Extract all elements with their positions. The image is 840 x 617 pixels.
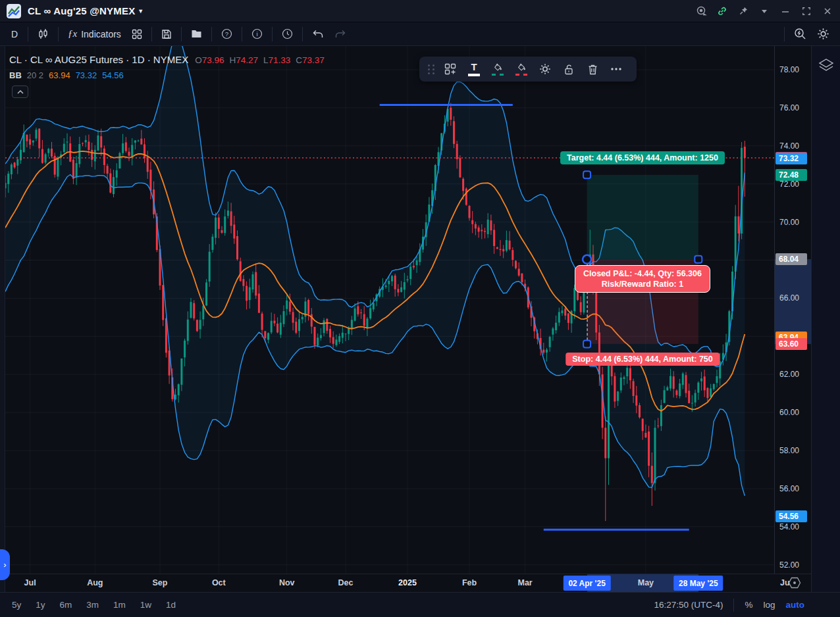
position-profit-zone[interactable] <box>587 175 698 260</box>
range-button-1w[interactable]: 1w <box>135 598 157 612</box>
snapshot-icon[interactable] <box>695 5 707 17</box>
bb-value: 54.56 <box>102 70 124 80</box>
entry-handle[interactable] <box>583 255 591 264</box>
selected-date-label[interactable]: 28 May '25 <box>673 576 723 591</box>
quick-search-button[interactable] <box>789 25 812 43</box>
time-tick: May <box>638 578 654 587</box>
indicators-button[interactable]: ƒx Indicators <box>63 25 126 43</box>
end-handle[interactable] <box>695 256 702 263</box>
legend-collapse-button[interactable] <box>12 86 28 98</box>
layout-grid-icon <box>132 29 142 39</box>
undo-button[interactable] <box>307 25 329 43</box>
log-scale-button[interactable]: log <box>763 600 775 610</box>
price-tick: 58.00 <box>779 446 799 455</box>
window-titlebar: CL ∞ Aug'25 @NYMEX ▼ <box>0 0 840 22</box>
toolbar-separator <box>151 27 152 41</box>
settings-button[interactable] <box>812 25 835 43</box>
main-toolbar: D ƒx Indicators <box>0 22 840 46</box>
scale-target-button[interactable] <box>787 576 802 592</box>
layout-grid-button[interactable] <box>126 25 147 43</box>
caret-down-icon[interactable]: ▼ <box>138 8 144 14</box>
caret-down-menu-icon[interactable] <box>758 5 770 17</box>
toolbar-separator <box>58 27 59 41</box>
range-button-1m[interactable]: 1m <box>108 598 131 612</box>
save-button[interactable] <box>156 25 177 43</box>
range-button-1d[interactable]: 1d <box>161 598 181 612</box>
symbol-legend[interactable]: CL · CL ∞ AUG25 Futures · 1D · NYMEX O73… <box>9 54 325 65</box>
object-tree-button[interactable] <box>818 58 835 76</box>
drag-handle-icon[interactable] <box>425 59 438 79</box>
position-target-label[interactable]: Target: 4.44 (6.53%) 444, Amount: 1250 <box>560 151 725 164</box>
link-icon[interactable] <box>716 5 728 17</box>
collapsed-drawing-toolbar <box>0 46 5 592</box>
ohlc-item: H74.27 <box>229 55 258 65</box>
range-button-5y[interactable]: 5y <box>7 598 26 612</box>
time-tick: Mar <box>517 578 532 587</box>
toolbar-separator <box>302 27 303 41</box>
open-layout-button[interactable] <box>186 25 207 43</box>
toolbar-separator <box>28 27 28 41</box>
info-button[interactable]: i <box>246 25 268 43</box>
ohlc-values: O73.96H74.27L71.33C73.37 <box>195 55 325 65</box>
more-icon <box>611 68 621 70</box>
ohlc-item: C73.37 <box>296 55 325 65</box>
price-scale[interactable]: 78.0076.0074.0072.0070.0068.0066.0062.00… <box>774 46 811 574</box>
session-clock[interactable]: 16:27:50 (UTC-4) <box>654 600 723 610</box>
time-alert-button[interactable] <box>276 25 298 43</box>
profit-fill-button[interactable] <box>486 59 509 79</box>
price-tick: 76.00 <box>779 103 799 112</box>
loss-fill-button[interactable] <box>510 59 533 79</box>
minimize-icon[interactable] <box>779 5 791 17</box>
delete-drawing-button[interactable] <box>581 59 604 79</box>
text-color-button[interactable]: T <box>463 59 485 79</box>
info-icon: i <box>251 28 263 39</box>
bb-title: BB <box>9 70 22 80</box>
chart-canvas[interactable] <box>0 46 774 574</box>
more-options-button[interactable] <box>605 59 627 79</box>
settings-icon <box>817 28 829 40</box>
percent-scale-button[interactable]: % <box>745 600 752 610</box>
position-stop-label[interactable]: Stop: 4.44 (6.53%) 444, Amount: 750 <box>565 353 720 366</box>
time-tick: Feb <box>462 578 477 587</box>
settings-icon <box>539 63 551 75</box>
price-value-label: 63.60 <box>775 338 807 350</box>
pin-icon[interactable] <box>737 5 749 17</box>
timeframe-button[interactable]: D <box>5 25 24 43</box>
sidebar-expand-button[interactable]: › <box>0 549 10 580</box>
pnl-line2: Risk/Reward Ratio: 1 <box>583 279 702 289</box>
redo-icon <box>334 30 346 39</box>
template-button[interactable] <box>439 59 461 79</box>
selected-date-label[interactable]: 02 Apr '25 <box>563 576 610 591</box>
bb-value: 63.94 <box>49 70 70 80</box>
maximize-icon[interactable] <box>801 5 812 17</box>
target-handle[interactable] <box>583 171 591 178</box>
range-button-6m[interactable]: 6m <box>55 598 78 612</box>
toolbar-separator <box>181 27 182 41</box>
help-button[interactable]: ? <box>216 25 238 43</box>
hexagon-dot-icon <box>787 576 802 589</box>
lock-open-icon <box>564 64 574 75</box>
stop-handle[interactable] <box>583 340 591 347</box>
price-tick: 78.00 <box>779 65 799 74</box>
time-scale[interactable]: JulAugSepOctNovDec2025FebMarMayJu02 Apr … <box>0 574 811 592</box>
chart-style-button[interactable] <box>32 25 54 43</box>
ohlc-item: O73.96 <box>195 55 224 65</box>
close-icon[interactable] <box>822 5 833 17</box>
drawing-floating-toolbar: T <box>419 57 637 82</box>
auto-scale-button[interactable]: auto <box>786 600 805 610</box>
position-pnl-label[interactable]: Closed P&L: -4.44, Qty: 56.306 Risk/Rewa… <box>575 265 710 293</box>
range-button-1y[interactable]: 1y <box>30 598 50 612</box>
profit-color-swatch <box>492 74 504 76</box>
drawing-settings-button[interactable] <box>534 59 556 79</box>
window-title[interactable]: CL ∞ Aug'25 @NYMEX <box>28 5 135 16</box>
indicator-legend-bb[interactable]: BB 20 2 63.9473.3254.56 <box>9 70 124 80</box>
toolbar-separator <box>242 27 242 41</box>
candles-style-icon <box>38 28 49 40</box>
time-tick: Oct <box>212 578 226 587</box>
time-tick: Dec <box>338 578 354 587</box>
time-tick: 2025 <box>398 578 417 587</box>
lock-drawing-button[interactable] <box>558 59 580 79</box>
redo-button[interactable] <box>329 25 352 43</box>
price-value-label: 72.48 <box>775 169 807 181</box>
range-button-3m[interactable]: 3m <box>81 598 104 612</box>
